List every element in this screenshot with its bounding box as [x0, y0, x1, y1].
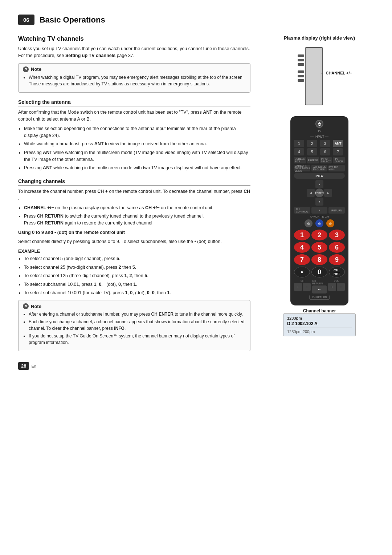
sat-btn[interactable]: SAT/SURRTUNE MENUMENU — [294, 165, 310, 171]
antenna-item-2: While watching a broadcast, press ANT to… — [24, 141, 250, 147]
plasma-btn-6 — [298, 79, 304, 82]
example-item-2: To select channel 25 (two-digit channel)… — [24, 264, 250, 271]
info-button[interactable]: INFO — [294, 173, 345, 179]
btn-4[interactable]: 4 — [294, 148, 304, 155]
fav-btn-1[interactable]: ⊙ — [305, 219, 313, 227]
antenna-item-3: Pressing ANT while watching in the multi… — [24, 149, 250, 163]
input-btn[interactable]: INPUTSELECT — [320, 157, 332, 163]
channel-banner: 1233pm D 2 1002.102 A 1230pm 200pm — [283, 313, 356, 336]
big-btn-2[interactable]: 2 — [311, 230, 327, 240]
plasma-buttons — [298, 54, 304, 82]
ch-label: CH — [301, 280, 304, 282]
btn-6[interactable]: 6 — [320, 148, 330, 155]
sat-row: SAT/SURRTUNE MENUMENU SAT GUIDETV GUIDE … — [294, 165, 345, 171]
big-row-1: 1 2 3 — [294, 230, 345, 240]
channel-line — [323, 74, 334, 74]
dpad-down[interactable]: ▼ — [315, 198, 323, 206]
screen-btn[interactable]: SCREENSIZE — [294, 157, 306, 163]
btn-ant[interactable]: ANT — [333, 140, 343, 147]
ch-return-bottom-btn[interactable]: CH RETURN — [309, 295, 329, 300]
using-text: Select channels directly by pressing but… — [18, 238, 250, 245]
chapter-badge: 06 — [18, 15, 34, 25]
page-header: 06 Basic Operations — [18, 15, 374, 25]
remote-top: ⏻ TV — [294, 120, 345, 133]
btn-1[interactable]: 1 — [294, 140, 304, 147]
page-number-area: 28 En — [18, 362, 250, 370]
sat-guide-btn[interactable]: SAT GUIDETV GUIDE — [311, 165, 328, 171]
ch-return-label: CH RETURN — [312, 280, 327, 285]
big-btn-3[interactable]: 3 — [329, 230, 345, 240]
power-button[interactable]: ⏻ — [315, 120, 323, 128]
btn-5[interactable]: 5 — [307, 148, 317, 155]
plus-btn[interactable]: + — [311, 207, 328, 214]
note-icon-2: ✎ — [23, 303, 29, 309]
big-numbers: 1 2 3 4 5 6 7 8 9 • 0 CHRET — [294, 230, 345, 278]
ch-minus[interactable]: − — [303, 283, 311, 291]
note-box-1: ✎ Note When watching a digital TV progra… — [18, 63, 250, 93]
vol-ch-row: CH + − CH RETURN ↩ VOL + − — [294, 280, 345, 293]
plasma-btn-3 — [298, 63, 304, 66]
antenna-intro: After confirming that the Mode switch on… — [18, 109, 250, 123]
ch-return-btn[interactable]: ↩ — [312, 285, 327, 293]
antenna-list: Make this selection depending on the con… — [18, 125, 250, 172]
bottom-row-1: CHCONTROL + RETURN — [294, 207, 345, 214]
number-grid: 1 2 3 ANT 4 5 6 7 — [294, 140, 345, 155]
big-btn-7[interactable]: 7 — [294, 254, 310, 265]
note-box-2: ✎ Note After entering a channel or subch… — [18, 300, 250, 351]
watching-title: Watching TV channels — [18, 35, 250, 42]
antenna-title: Selecting the antenna — [18, 99, 250, 106]
dpad: ▲ ▼ ◀ ▶ ENTER — [307, 180, 332, 206]
vol-minus[interactable]: − — [337, 283, 345, 291]
cb-channel: D 2 1002.102 A — [287, 321, 352, 326]
fav-btn-2[interactable]: ⊙ — [315, 219, 323, 227]
mid-row: SCREENSIZE FREEZE INPUTSELECT TVGUIDE — [294, 157, 345, 163]
vol-plus[interactable]: + — [328, 283, 336, 291]
return-btn[interactable]: RETURN — [328, 207, 345, 214]
fav-btn-3[interactable]: ⊙ — [326, 219, 334, 227]
note-1-list: When watching a digital TV program, you … — [23, 74, 246, 87]
note-title-2: ✎ Note — [23, 303, 246, 309]
big-btn-ch-return[interactable]: CHRET — [329, 267, 345, 278]
note-1-item-1: When watching a digital TV program, you … — [29, 74, 246, 87]
vol-group: VOL + − — [328, 280, 345, 293]
ch-plus[interactable]: + — [294, 283, 302, 291]
ch-buttons: + − — [294, 283, 311, 291]
plasma-btn-5 — [298, 75, 304, 77]
big-btn-8[interactable]: 8 — [311, 254, 327, 265]
plasma-btn-1 — [298, 54, 304, 57]
input-label: — INPUT — — [310, 135, 328, 138]
cb-times: 1230pm 200pm — [287, 329, 352, 334]
example-item-5: To select subchannel 10.001 (for cable T… — [24, 289, 250, 296]
big-btn-1[interactable]: 1 — [294, 230, 310, 240]
enter-button[interactable]: ENTER — [315, 189, 324, 197]
btn-2[interactable]: 2 — [307, 140, 317, 147]
dpad-right[interactable]: ▶ — [324, 189, 332, 197]
page-title: Basic Operations — [40, 15, 105, 25]
dpad-left[interactable]: ◀ — [307, 189, 315, 197]
big-btn-6[interactable]: 6 — [329, 242, 345, 253]
btn-7[interactable]: 7 — [333, 148, 343, 155]
ch-control-btn[interactable]: CHCONTROL — [294, 207, 310, 214]
big-btn-4[interactable]: 4 — [294, 242, 310, 253]
tv-guide-btn[interactable]: TVGUIDE — [333, 157, 345, 163]
big-btn-5[interactable]: 5 — [311, 242, 327, 253]
dpad-up[interactable]: ▲ — [315, 180, 323, 188]
input-row: — INPUT — — [294, 135, 345, 138]
fav-row: ⊙ ⊙ ⊙ — [294, 219, 345, 227]
note-2-item-2: Each time you change a channel, a channe… — [29, 319, 246, 332]
plasma-side-panel — [305, 47, 323, 105]
big-btn-dot[interactable]: • — [294, 267, 310, 278]
plasma-btn-2 — [298, 59, 304, 61]
example-list: To select channel 5 (one-digit channel),… — [18, 255, 250, 296]
big-btn-0[interactable]: 0 — [311, 267, 327, 278]
big-row-4: • 0 CHRET — [294, 267, 345, 278]
btn-3[interactable]: 3 — [320, 140, 330, 147]
cb-divider — [287, 328, 352, 328]
big-row-3: 7 8 9 — [294, 254, 345, 265]
example-item-4: To select subchannel 10.01, press 1, 0, … — [24, 281, 250, 288]
big-btn-9[interactable]: 9 — [329, 254, 345, 265]
dvr-top-menu[interactable]: DVR TOP MENU — [328, 165, 345, 171]
channels-intro: To increase the channel number, press CH… — [18, 188, 250, 202]
freeze-btn[interactable]: FREEZE — [307, 157, 319, 163]
vol-buttons: + − — [328, 283, 345, 291]
